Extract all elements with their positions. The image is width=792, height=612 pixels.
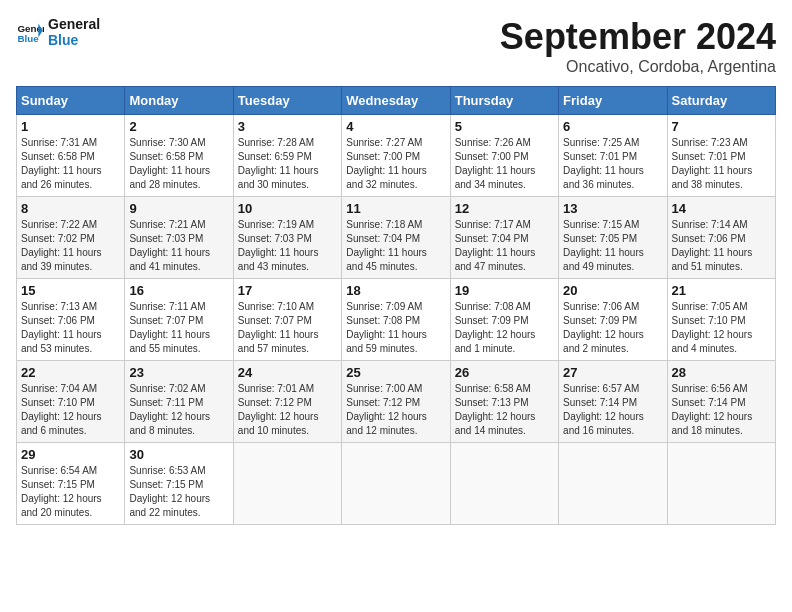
calendar-week-row-3: 15 Sunrise: 7:13 AM Sunset: 7:06 PM Dayl…: [17, 279, 776, 361]
sunset-text: Sunset: 7:00 PM: [346, 150, 445, 164]
day-info: Sunrise: 7:21 AM Sunset: 7:03 PM Dayligh…: [129, 218, 228, 274]
day-info: Sunrise: 7:13 AM Sunset: 7:06 PM Dayligh…: [21, 300, 120, 356]
sunrise-text: Sunrise: 7:13 AM: [21, 300, 120, 314]
day-number: 8: [21, 201, 120, 216]
sunset-text: Sunset: 6:58 PM: [21, 150, 120, 164]
day-info: Sunrise: 7:09 AM Sunset: 7:08 PM Dayligh…: [346, 300, 445, 356]
sunset-text: Sunset: 7:08 PM: [346, 314, 445, 328]
sunset-text: Sunset: 7:03 PM: [238, 232, 337, 246]
sunset-text: Sunset: 7:01 PM: [672, 150, 771, 164]
calendar-cell-24: 24 Sunrise: 7:01 AM Sunset: 7:12 PM Dayl…: [233, 361, 341, 443]
day-number: 9: [129, 201, 228, 216]
daylight-text: Daylight: 11 hours and 36 minutes.: [563, 164, 662, 192]
sunrise-text: Sunrise: 7:01 AM: [238, 382, 337, 396]
sunrise-text: Sunrise: 6:58 AM: [455, 382, 554, 396]
sunset-text: Sunset: 7:07 PM: [238, 314, 337, 328]
sunrise-text: Sunrise: 7:18 AM: [346, 218, 445, 232]
sunrise-text: Sunrise: 6:56 AM: [672, 382, 771, 396]
day-info: Sunrise: 6:53 AM Sunset: 7:15 PM Dayligh…: [129, 464, 228, 520]
calendar-cell-17: 17 Sunrise: 7:10 AM Sunset: 7:07 PM Dayl…: [233, 279, 341, 361]
logo-blue-text: Blue: [48, 32, 100, 48]
calendar-cell-19: 19 Sunrise: 7:08 AM Sunset: 7:09 PM Dayl…: [450, 279, 558, 361]
daylight-text: Daylight: 11 hours and 53 minutes.: [21, 328, 120, 356]
sunset-text: Sunset: 7:13 PM: [455, 396, 554, 410]
sunrise-text: Sunrise: 7:25 AM: [563, 136, 662, 150]
calendar-cell-11: 11 Sunrise: 7:18 AM Sunset: 7:04 PM Dayl…: [342, 197, 450, 279]
daylight-text: Daylight: 11 hours and 30 minutes.: [238, 164, 337, 192]
day-number: 4: [346, 119, 445, 134]
sunset-text: Sunset: 6:58 PM: [129, 150, 228, 164]
day-number: 20: [563, 283, 662, 298]
day-number: 17: [238, 283, 337, 298]
daylight-text: Daylight: 12 hours and 1 minute.: [455, 328, 554, 356]
day-info: Sunrise: 7:25 AM Sunset: 7:01 PM Dayligh…: [563, 136, 662, 192]
sunrise-text: Sunrise: 7:04 AM: [21, 382, 120, 396]
sunrise-text: Sunrise: 6:53 AM: [129, 464, 228, 478]
sunset-text: Sunset: 7:00 PM: [455, 150, 554, 164]
day-info: Sunrise: 7:15 AM Sunset: 7:05 PM Dayligh…: [563, 218, 662, 274]
day-info: Sunrise: 7:01 AM Sunset: 7:12 PM Dayligh…: [238, 382, 337, 438]
sunrise-text: Sunrise: 7:14 AM: [672, 218, 771, 232]
sunrise-text: Sunrise: 7:11 AM: [129, 300, 228, 314]
daylight-text: Daylight: 11 hours and 57 minutes.: [238, 328, 337, 356]
day-number: 15: [21, 283, 120, 298]
day-info: Sunrise: 7:10 AM Sunset: 7:07 PM Dayligh…: [238, 300, 337, 356]
daylight-text: Daylight: 11 hours and 47 minutes.: [455, 246, 554, 274]
calendar-cell-16: 16 Sunrise: 7:11 AM Sunset: 7:07 PM Dayl…: [125, 279, 233, 361]
sunset-text: Sunset: 7:11 PM: [129, 396, 228, 410]
logo-general-text: General: [48, 16, 100, 32]
daylight-text: Daylight: 11 hours and 34 minutes.: [455, 164, 554, 192]
sunrise-text: Sunrise: 7:26 AM: [455, 136, 554, 150]
sunrise-text: Sunrise: 7:09 AM: [346, 300, 445, 314]
day-number: 5: [455, 119, 554, 134]
day-number: 30: [129, 447, 228, 462]
sunset-text: Sunset: 7:12 PM: [238, 396, 337, 410]
daylight-text: Daylight: 11 hours and 49 minutes.: [563, 246, 662, 274]
calendar-cell-4: 4 Sunrise: 7:27 AM Sunset: 7:00 PM Dayli…: [342, 115, 450, 197]
day-info: Sunrise: 7:31 AM Sunset: 6:58 PM Dayligh…: [21, 136, 120, 192]
daylight-text: Daylight: 11 hours and 38 minutes.: [672, 164, 771, 192]
calendar-cell-3: 3 Sunrise: 7:28 AM Sunset: 6:59 PM Dayli…: [233, 115, 341, 197]
day-info: Sunrise: 7:05 AM Sunset: 7:10 PM Dayligh…: [672, 300, 771, 356]
calendar-cell-21: 21 Sunrise: 7:05 AM Sunset: 7:10 PM Dayl…: [667, 279, 775, 361]
calendar-table: Sunday Monday Tuesday Wednesday Thursday…: [16, 86, 776, 525]
day-number: 13: [563, 201, 662, 216]
sunset-text: Sunset: 7:05 PM: [563, 232, 662, 246]
calendar-cell-30: 30 Sunrise: 6:53 AM Sunset: 7:15 PM Dayl…: [125, 443, 233, 525]
day-number: 14: [672, 201, 771, 216]
calendar-cell-6: 6 Sunrise: 7:25 AM Sunset: 7:01 PM Dayli…: [559, 115, 667, 197]
daylight-text: Daylight: 12 hours and 22 minutes.: [129, 492, 228, 520]
day-info: Sunrise: 6:57 AM Sunset: 7:14 PM Dayligh…: [563, 382, 662, 438]
col-wednesday: Wednesday: [342, 87, 450, 115]
calendar-cell-14: 14 Sunrise: 7:14 AM Sunset: 7:06 PM Dayl…: [667, 197, 775, 279]
calendar-cell-18: 18 Sunrise: 7:09 AM Sunset: 7:08 PM Dayl…: [342, 279, 450, 361]
daylight-text: Daylight: 12 hours and 14 minutes.: [455, 410, 554, 438]
calendar-cell-26: 26 Sunrise: 6:58 AM Sunset: 7:13 PM Dayl…: [450, 361, 558, 443]
sunrise-text: Sunrise: 6:54 AM: [21, 464, 120, 478]
logo: General Blue General Blue: [16, 16, 100, 48]
sunrise-text: Sunrise: 7:30 AM: [129, 136, 228, 150]
sunrise-text: Sunrise: 7:28 AM: [238, 136, 337, 150]
calendar-cell-9: 9 Sunrise: 7:21 AM Sunset: 7:03 PM Dayli…: [125, 197, 233, 279]
col-saturday: Saturday: [667, 87, 775, 115]
calendar-cell-empty-4-6: [667, 443, 775, 525]
daylight-text: Daylight: 11 hours and 28 minutes.: [129, 164, 228, 192]
day-info: Sunrise: 7:30 AM Sunset: 6:58 PM Dayligh…: [129, 136, 228, 192]
calendar-week-row-4: 22 Sunrise: 7:04 AM Sunset: 7:10 PM Dayl…: [17, 361, 776, 443]
sunrise-text: Sunrise: 6:57 AM: [563, 382, 662, 396]
calendar-cell-empty-4-2: [233, 443, 341, 525]
svg-text:Blue: Blue: [17, 33, 39, 44]
daylight-text: Daylight: 11 hours and 45 minutes.: [346, 246, 445, 274]
day-number: 19: [455, 283, 554, 298]
day-info: Sunrise: 7:14 AM Sunset: 7:06 PM Dayligh…: [672, 218, 771, 274]
daylight-text: Daylight: 12 hours and 8 minutes.: [129, 410, 228, 438]
day-info: Sunrise: 7:11 AM Sunset: 7:07 PM Dayligh…: [129, 300, 228, 356]
month-title: September 2024: [500, 16, 776, 58]
calendar-cell-25: 25 Sunrise: 7:00 AM Sunset: 7:12 PM Dayl…: [342, 361, 450, 443]
sunset-text: Sunset: 7:01 PM: [563, 150, 662, 164]
col-monday: Monday: [125, 87, 233, 115]
title-area: September 2024 Oncativo, Cordoba, Argent…: [500, 16, 776, 76]
day-number: 1: [21, 119, 120, 134]
sunrise-text: Sunrise: 7:17 AM: [455, 218, 554, 232]
day-info: Sunrise: 7:00 AM Sunset: 7:12 PM Dayligh…: [346, 382, 445, 438]
